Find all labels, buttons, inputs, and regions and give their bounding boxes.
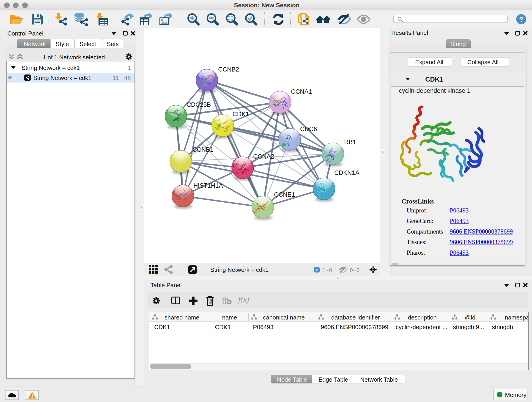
svg-text:CCNB1: CCNB1 [192,146,214,153]
svg-text:CCNA2: CCNA2 [253,153,274,160]
svg-text:CDKN1A: CDKN1A [334,169,360,176]
svg-text:RB1: RB1 [344,139,356,146]
svg-text:CCNE1: CCNE1 [274,191,295,198]
svg-text:CDC25B: CDC25B [186,101,211,108]
svg-text:HIST1H1A: HIST1H1A [193,182,223,189]
svg-text:CDC6: CDC6 [300,126,317,133]
svg-text:CCNA1: CCNA1 [291,88,312,95]
svg-text:CCNB2: CCNB2 [218,66,239,73]
svg-text:CDK1: CDK1 [233,111,249,118]
